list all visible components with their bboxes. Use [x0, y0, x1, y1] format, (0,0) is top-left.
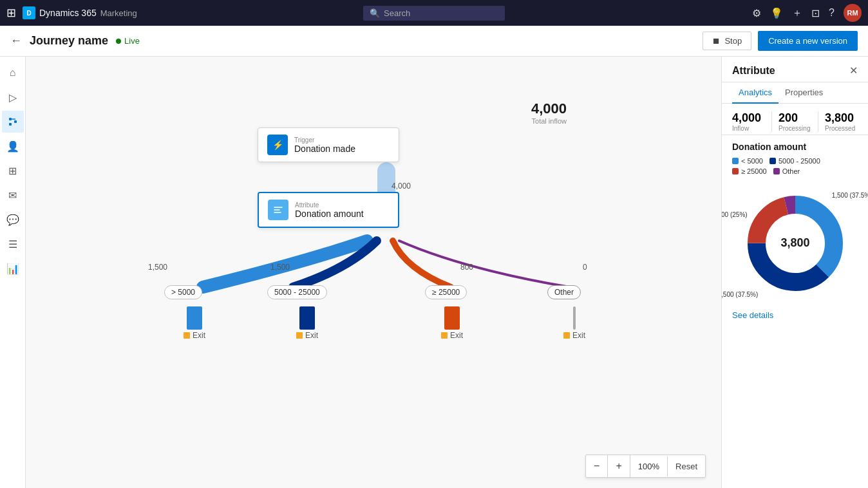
exit-icon-1 — [184, 332, 190, 339]
exit-label-4: Exit — [563, 331, 585, 340]
exit-label-3: Exit — [441, 331, 463, 340]
apps-icon[interactable]: ⊞ — [6, 6, 16, 20]
subbar: ← Journey name Live ⏹ Stop Create a new … — [0, 26, 868, 57]
branch-count-3: 800 — [460, 263, 473, 272]
sidebar-table[interactable]: ⊞ — [2, 160, 24, 182]
zoom-percent: 100% — [630, 456, 668, 476]
flow-svg: 4,000 — [26, 57, 721, 488]
stat-processed-value: 3,800 — [825, 111, 858, 125]
canvas-inflow-value: 4,000 — [531, 100, 567, 117]
zoom-minus-button[interactable]: − — [586, 455, 608, 477]
panel-title: Attribute — [732, 65, 775, 77]
brand-name: Dynamics 365 — [39, 8, 97, 18]
legend-label-2: 5000 - 25000 — [778, 157, 820, 165]
subbar-right: ⏹ Stop Create a new version — [703, 31, 858, 51]
legend-label-3: ≥ 25000 — [741, 167, 767, 175]
brand-logo: D — [23, 6, 35, 19]
sidebar-home[interactable]: ⌂ — [2, 62, 24, 84]
stat-inflow-value: 4,000 — [732, 111, 765, 125]
search-bar: 🔍 — [363, 6, 505, 21]
search-input[interactable] — [384, 8, 493, 18]
exit-icon-2 — [296, 332, 303, 339]
zoom-plus-button[interactable]: + — [608, 455, 630, 477]
exit-label-2: Exit — [296, 331, 318, 340]
exit-bar-4 — [573, 306, 576, 330]
annotation-top-left: 800 (25%) — [721, 211, 748, 218]
branch-count-1: 1,500 — [148, 263, 167, 272]
stat-processed-label: Processed — [825, 125, 858, 132]
panel-header: Attribute ✕ — [722, 57, 868, 82]
branch-label-1: > 5000 — [164, 285, 202, 299]
svg-rect-2 — [14, 120, 17, 123]
trigger-icon: ⚡ — [267, 135, 288, 155]
tab-analytics[interactable]: Analytics — [732, 82, 778, 104]
settings-icon[interactable]: ⚙ — [752, 7, 761, 19]
topbar-right-icons: ⚙ 💡 ＋ ⊡ ? RM — [752, 4, 862, 22]
live-badge: Live — [116, 36, 140, 46]
stop-button[interactable]: ⏹ Stop — [703, 32, 751, 50]
legend-dot-2 — [769, 158, 776, 164]
donut-wrapper: 3,800 1,500 (37.5%) 800 (25%) 1,500 (37.… — [737, 185, 853, 301]
exit-bar-1 — [187, 306, 202, 330]
attribute-text: Attribute Donation amount — [295, 202, 364, 219]
exit-box-2: Exit — [296, 306, 318, 340]
create-new-version-button[interactable]: Create a new version — [758, 31, 858, 51]
legend-dot-3 — [732, 168, 739, 174]
help-icon[interactable]: ? — [829, 7, 835, 19]
filter-icon[interactable]: ⊡ — [811, 7, 820, 19]
avatar[interactable]: RM — [844, 4, 862, 22]
stat-processing: 200 Processing — [772, 111, 818, 132]
sidebar-chat[interactable]: 💬 — [2, 209, 24, 230]
tab-properties[interactable]: Properties — [778, 82, 829, 104]
trigger-node[interactable]: ⚡ Trigger Donation made — [258, 127, 399, 162]
sidebar-nav1[interactable]: ▷ — [2, 86, 24, 108]
stats-section: 4,000 Inflow 200 Processing 3,800 Proces… — [722, 104, 868, 135]
annotation-bot-left: 1,500 (37.5%) — [721, 291, 758, 298]
sidebar: ⌂ ▷ 👤 ⊞ ✉ 💬 ☰ 📊 — [0, 57, 26, 488]
add-icon[interactable]: ＋ — [792, 6, 802, 20]
panel-close-button[interactable]: ✕ — [849, 64, 858, 77]
legend-item-1: < 5000 — [732, 157, 763, 165]
stat-inflow: 4,000 Inflow — [732, 111, 772, 132]
canvas-inflow-label: Total inflow — [531, 117, 567, 125]
sidebar-analytics[interactable]: 📊 — [2, 258, 24, 279]
canvas-inflow: 4,000 Total inflow — [531, 100, 567, 125]
stat-inflow-label: Inflow — [732, 125, 765, 132]
legend-dot-1 — [732, 158, 739, 164]
sidebar-list[interactable]: ☰ — [2, 233, 24, 255]
svg-text:4,000: 4,000 — [392, 182, 411, 191]
stop-icon: ⏹ — [712, 36, 721, 46]
lightbulb-icon[interactable]: 💡 — [770, 7, 783, 19]
legend-items: < 5000 5000 - 25000 ≥ 25000 Other — [732, 157, 858, 175]
svg-rect-1 — [9, 123, 12, 126]
stat-processing-label: Processing — [778, 125, 811, 132]
live-dot — [116, 39, 121, 44]
zoom-reset-button[interactable]: Reset — [668, 456, 705, 476]
donation-title: Donation amount — [732, 142, 858, 152]
exit-box-1: Exit — [184, 306, 205, 340]
sidebar-email[interactable]: ✉ — [2, 184, 24, 206]
sidebar-journey[interactable] — [2, 111, 24, 133]
legend-dot-other — [773, 168, 780, 174]
journey-title: Journey name — [30, 34, 108, 48]
legend-item-other: Other — [773, 167, 800, 175]
branch-label-4: Other — [547, 285, 581, 299]
live-status: Live — [124, 36, 140, 46]
legend-item-2: 5000 - 25000 — [769, 157, 820, 165]
see-details-link[interactable]: See details — [722, 304, 868, 326]
stats-row: 4,000 Inflow 200 Processing 3,800 Proces… — [732, 111, 858, 132]
stat-processed: 3,800 Processed — [818, 111, 858, 132]
stat-processing-value: 200 — [778, 111, 811, 125]
donation-section: Donation amount < 5000 5000 - 25000 ≥ 25… — [722, 135, 868, 304]
back-button[interactable]: ← — [10, 34, 22, 48]
exit-box-4: Exit — [563, 306, 585, 340]
sidebar-contacts[interactable]: 👤 — [2, 135, 24, 157]
topbar: ⊞ D Dynamics 365 Marketing 🔍 ⚙ 💡 ＋ ⊡ ? R… — [0, 0, 868, 26]
attribute-node[interactable]: Attribute Donation amount — [258, 192, 399, 228]
exit-label-1: Exit — [184, 331, 205, 340]
exit-box-3: Exit — [441, 306, 463, 340]
brand: D Dynamics 365 Marketing — [23, 6, 137, 19]
branch-label-3: ≥ 25000 — [425, 285, 467, 299]
exit-icon-4 — [563, 332, 570, 339]
main-layout: ⌂ ▷ 👤 ⊞ ✉ 💬 ☰ 📊 4,000 Total inflow 4,000 — [0, 57, 868, 488]
